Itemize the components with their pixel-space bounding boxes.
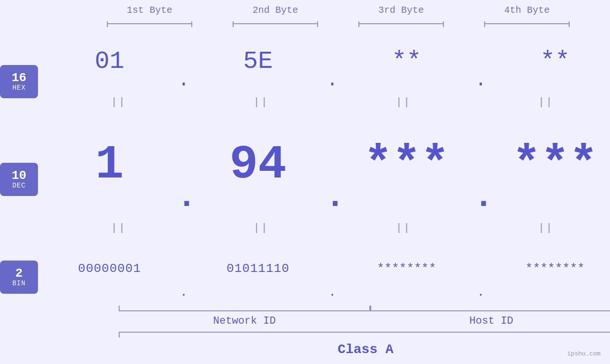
bracket-4 — [470, 19, 584, 28]
dec-b2-cell: 94 — [201, 138, 315, 192]
dec-b4-cell: *** — [498, 138, 610, 192]
bin-b2-cell: 01011110 — [201, 261, 315, 276]
equals-row-2: || || || || — [38, 221, 610, 235]
eq2-b3: || — [347, 222, 460, 234]
bracket-1 — [93, 19, 206, 28]
hex-dot-2: . — [325, 70, 339, 95]
byte4-header: 4th Byte — [470, 5, 584, 16]
dec-dot-2: . — [325, 178, 339, 221]
hex-b1-val: 01 — [94, 47, 124, 75]
host-id-label: Host ID — [370, 315, 610, 327]
labels-column: 16 HEX 10 DEC 2 BIN — [0, 28, 38, 364]
bracket-2 — [218, 19, 332, 28]
hex-dot-3: . — [474, 70, 488, 95]
bin-dot-3: . — [474, 285, 488, 302]
hex-badge: 16 HEX — [0, 65, 38, 98]
bin-b2-val: 01011110 — [226, 261, 290, 276]
bin-badge-base: BIN — [12, 280, 26, 287]
dec-b1-val: 1 — [95, 138, 124, 192]
bin-b4-val: ******** — [526, 261, 585, 276]
byte1-header: 1st Byte — [93, 5, 206, 16]
id-labels-row: Network ID Host ID — [104, 315, 610, 327]
bin-dot-1: . — [177, 285, 191, 302]
main-content: 16 HEX 10 DEC 2 BIN 01 . 5E — [0, 28, 610, 364]
network-bracket — [119, 302, 370, 311]
byte3-header: 3rd Byte — [344, 5, 458, 16]
dec-badge-base: DEC — [12, 182, 26, 189]
dec-badge-num: 10 — [11, 169, 26, 182]
full-bracket-line — [119, 332, 610, 333]
hex-b3-val: ** — [392, 47, 421, 75]
bin-b3-val: ******** — [377, 261, 436, 276]
network-id-label: Network ID — [119, 315, 370, 327]
hex-row: 01 . 5E . ** . ** — [38, 28, 610, 95]
eq2-b1: || — [62, 222, 176, 234]
hex-b4-val: ** — [540, 47, 570, 75]
eq1-b1: || — [62, 96, 176, 108]
hex-badge-num: 16 — [11, 72, 26, 84]
eq1-b2: || — [204, 96, 318, 108]
bin-b4-cell: ******** — [498, 261, 610, 276]
byte2-header: 2nd Byte — [218, 5, 332, 16]
bracket-3 — [344, 19, 458, 28]
bin-dot-2: . — [325, 285, 339, 302]
dec-badge: 10 DEC — [0, 163, 38, 196]
dec-row: 1 . 94 . *** . *** — [38, 109, 610, 221]
hex-b2-val: 5E — [243, 47, 272, 75]
main-container: 1st Byte 2nd Byte 3rd Byte 4th Byte 16 H… — [0, 0, 610, 364]
bin-b3-cell: ******** — [349, 261, 463, 276]
dec-b4-val: *** — [512, 138, 598, 192]
bottom-brackets — [104, 302, 610, 311]
dec-b3-cell: *** — [349, 138, 463, 192]
bin-row: 00000001 . 01011110 . ******** . *******… — [38, 235, 610, 302]
byte-headers-row: 1st Byte 2nd Byte 3rd Byte 4th Byte — [77, 5, 600, 16]
watermark: ipshu.com — [567, 350, 601, 357]
hex-dot-1: . — [177, 70, 191, 95]
dec-b2-val: 94 — [230, 138, 287, 192]
equals-row-1: || || || || — [38, 95, 610, 109]
hex-b2-cell: 5E — [201, 47, 315, 75]
bin-b1-cell: 00000001 — [53, 261, 167, 276]
eq2-b4: || — [489, 222, 603, 234]
header-brackets — [77, 19, 600, 28]
dec-dot-1: . — [177, 178, 191, 221]
dec-dot-3: . — [474, 178, 488, 221]
hex-b4-cell: ** — [498, 47, 610, 75]
class-label: Class A — [104, 337, 610, 362]
host-bracket — [370, 302, 610, 311]
dec-b3-val: *** — [364, 138, 449, 192]
hex-b3-cell: ** — [349, 47, 463, 75]
eq1-b3: || — [347, 96, 460, 108]
bin-badge: 2 BIN — [0, 261, 38, 294]
bin-badge-num: 2 — [15, 267, 23, 280]
hex-badge-base: HEX — [12, 84, 26, 92]
bottom-section: Network ID Host ID Class A — [104, 302, 610, 362]
hex-b1-cell: 01 — [53, 47, 167, 75]
data-area: 01 . 5E . ** . ** || || || || — [38, 28, 610, 364]
bin-b1-val: 00000001 — [78, 261, 141, 276]
dec-b1-cell: 1 — [53, 138, 167, 192]
eq1-b4: || — [489, 96, 603, 108]
eq2-b2: || — [204, 222, 318, 234]
